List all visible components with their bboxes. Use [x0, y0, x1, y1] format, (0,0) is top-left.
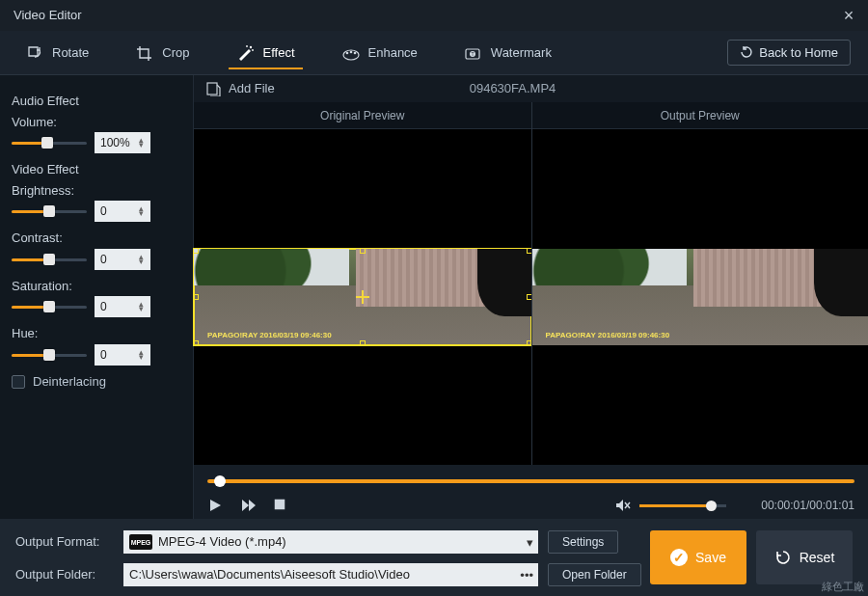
contrast-input[interactable]: 0▴▾ [95, 249, 150, 270]
settings-button[interactable]: Settings [548, 530, 618, 554]
output-preview-column: Output Preview PAPAGO!RAY 2016/03/19 09:… [531, 102, 869, 465]
reset-button[interactable]: Reset [756, 530, 853, 584]
output-frame: PAPAGO!RAY 2016/03/19 09:46:30 [532, 249, 869, 345]
spinner-icon[interactable]: ▴▾ [139, 302, 149, 312]
volume-slider[interactable] [12, 135, 87, 150]
title-bar: Video Editor × [0, 0, 868, 31]
output-folder-value: C:\Users\wawa\Documents\Aiseesoft Studio… [129, 566, 410, 583]
output-preview-header: Output Preview [532, 102, 869, 129]
svg-point-4 [345, 51, 348, 54]
rotate-icon [25, 44, 44, 62]
hue-slider[interactable] [12, 347, 87, 363]
original-frame[interactable]: PAPAGO!RAY 2016/03/19 09:46:30 [194, 249, 531, 345]
svg-point-2 [252, 49, 254, 51]
frame-overlay-text: PAPAGO!RAY 2016/03/19 09:46:30 [545, 332, 669, 339]
output-folder-input[interactable]: C:\Users\wawa\Documents\Aiseesoft Studio… [123, 563, 538, 586]
watermark-icon: T [464, 44, 483, 62]
preview-area: Add File 094630FA.MP4 Original Preview P… [193, 75, 868, 519]
close-icon[interactable]: × [839, 4, 858, 27]
add-file-label: Add File [229, 80, 275, 97]
original-preview-column: Original Preview PAPAGO!RAY 2016/03/19 0… [194, 102, 531, 465]
preview-columns: Original Preview PAPAGO!RAY 2016/03/19 0… [194, 102, 868, 465]
tab-effect[interactable]: Effect [229, 39, 303, 69]
tab-watermark[interactable]: T Watermark [456, 39, 559, 68]
reset-icon [774, 549, 792, 566]
tab-enhance[interactable]: Enhance [334, 39, 425, 68]
settings-label: Settings [562, 534, 604, 550]
tab-label: Effect [263, 44, 295, 62]
hue-label: Hue: [12, 325, 181, 342]
save-button[interactable]: ✓ Save [650, 530, 746, 584]
brightness-input[interactable]: 0▴▾ [95, 201, 150, 222]
brightness-slider[interactable] [12, 203, 87, 219]
home-arrow-icon [740, 45, 753, 59]
spinner-icon[interactable]: ▴▾ [139, 350, 149, 360]
audio-effect-heading: Audio Effect [12, 93, 181, 110]
svg-point-6 [353, 51, 356, 54]
mute-icon[interactable] [614, 498, 630, 513]
timeline-slider[interactable] [207, 474, 854, 488]
spinner-icon[interactable]: ▴▾ [139, 206, 149, 216]
svg-point-0 [249, 45, 251, 47]
brightness-label: Brightness: [12, 182, 181, 200]
mpeg-icon: MPEG [129, 534, 152, 550]
tab-label: Watermark [491, 44, 552, 62]
stop-button[interactable] [273, 498, 288, 513]
svg-rect-11 [275, 500, 285, 510]
fast-forward-button[interactable] [240, 498, 256, 513]
spinner-icon[interactable]: ▴▾ [139, 138, 149, 148]
open-folder-button[interactable]: Open Folder [548, 563, 641, 586]
contrast-value: 0 [100, 252, 107, 267]
output-format-value: MPEG-4 Video (*.mp4) [158, 533, 286, 551]
hue-input[interactable]: 0▴▾ [95, 344, 150, 366]
brightness-value: 0 [100, 203, 107, 219]
check-icon: ✓ [670, 549, 688, 566]
add-file-button[interactable]: Add File [205, 80, 275, 97]
svg-text:T: T [471, 51, 474, 57]
open-folder-label: Open Folder [562, 567, 627, 582]
output-folder-label: Output Folder: [15, 566, 114, 583]
deinterlacing-checkbox[interactable]: Deinterlacing [12, 373, 181, 391]
deinterlacing-label: Deinterlacing [33, 373, 106, 391]
main-area: Audio Effect Volume: 100% ▴▾ Video Effec… [0, 75, 868, 519]
video-effect-heading: Video Effect [12, 161, 181, 178]
contrast-slider[interactable] [12, 252, 87, 267]
volume-playback-slider[interactable] [639, 499, 726, 512]
back-to-home-button[interactable]: Back to Home [727, 40, 851, 67]
contrast-label: Contrast: [12, 230, 181, 247]
spinner-icon[interactable]: ▴▾ [139, 255, 149, 264]
original-preview-canvas[interactable]: PAPAGO!RAY 2016/03/19 09:46:30 [194, 129, 531, 465]
svg-rect-10 [207, 83, 217, 95]
volume-label: Volume: [12, 114, 181, 131]
time-display: 00:00:01/00:01:01 [761, 498, 854, 513]
crop-icon [135, 44, 154, 62]
saturation-input[interactable]: 0▴▾ [95, 296, 150, 317]
output-preview-canvas: PAPAGO!RAY 2016/03/19 09:46:30 [532, 129, 869, 465]
file-info-bar: Add File 094630FA.MP4 [194, 75, 868, 102]
add-file-icon [205, 81, 221, 96]
current-filename: 094630FA.MP4 [470, 80, 556, 97]
chevron-down-icon: ▾ [527, 534, 533, 552]
tab-label: Rotate [52, 44, 89, 62]
saturation-value: 0 [100, 299, 107, 314]
saturation-slider[interactable] [12, 299, 87, 314]
frame-overlay-text: PAPAGO!RAY 2016/03/19 09:46:30 [207, 332, 332, 339]
tab-crop[interactable]: Crop [127, 39, 197, 68]
tab-label: Crop [162, 44, 189, 62]
tab-label: Enhance [368, 44, 418, 62]
tab-rotate[interactable]: Rotate [17, 39, 96, 68]
output-format-select[interactable]: MPEG MPEG-4 Video (*.mp4) ▾ [123, 530, 538, 554]
save-label: Save [695, 549, 726, 567]
hue-value: 0 [100, 347, 107, 363]
tab-bar: Rotate Crop Effect Enhance T Watermark B… [0, 31, 868, 75]
saturation-label: Saturation: [12, 278, 181, 295]
checkbox-icon [12, 375, 25, 389]
original-preview-header: Original Preview [194, 102, 531, 129]
play-button[interactable] [207, 498, 223, 513]
volume-input[interactable]: 100% ▴▾ [95, 132, 150, 153]
watermark-text: 綠色工廠 [822, 580, 864, 594]
output-format-label: Output Format: [15, 533, 114, 551]
enhance-icon [341, 44, 361, 62]
svg-point-5 [349, 50, 352, 53]
browse-icon[interactable]: ••• [520, 567, 533, 584]
